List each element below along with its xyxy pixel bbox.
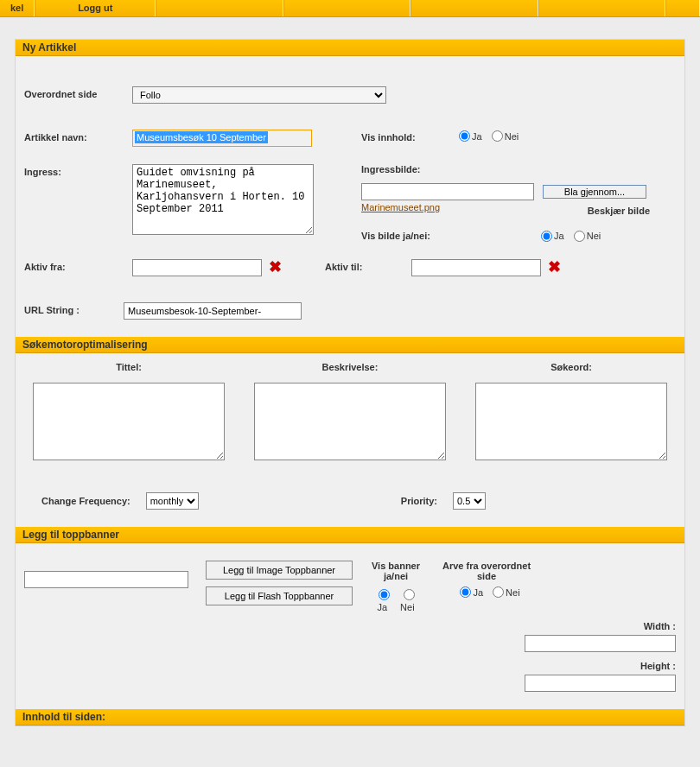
visbilde-nei-label: Nei	[587, 231, 601, 241]
visinnhold-label: Vis innhold:	[361, 130, 452, 143]
ingressbilde-label: Ingressbilde:	[361, 164, 676, 174]
artikkelnavn-input[interactable]: Museumsbesøk 10 September	[132, 130, 312, 147]
aktivfra-label: Aktiv fra:	[24, 259, 132, 272]
visinnhold-nei-label: Nei	[505, 131, 519, 142]
visbilde-label: Vis bilde ja/nei:	[361, 231, 534, 241]
arvefra-nei-label: Nei	[506, 587, 520, 598]
priority-label: Priority:	[401, 496, 437, 506]
width-label: Width :	[644, 621, 676, 631]
legg-til-flash-toppbanner-button[interactable]: Legg til Flash Toppbanner	[206, 586, 353, 605]
legg-til-image-toppbanner-button[interactable]: Legg til Image Toppbanner	[206, 561, 353, 580]
seo-beskrivelse-textarea[interactable]	[254, 383, 446, 460]
visbilde-ja-radio[interactable]	[541, 231, 552, 242]
aktivtil-input[interactable]	[411, 259, 541, 276]
seo-tittel-label: Tittel:	[33, 362, 225, 372]
change-frequency-select[interactable]: monthly	[146, 492, 199, 510]
nav-spacer-4	[538, 0, 665, 16]
change-frequency-label: Change Frequency:	[41, 496, 130, 506]
arvefra-ja-label: Ja	[473, 587, 483, 598]
visbilde-nei-radio[interactable]	[574, 231, 585, 242]
height-label: Height :	[640, 661, 676, 671]
nav-spacer-1	[156, 0, 283, 16]
visinnhold-ja-radio[interactable]	[459, 130, 470, 142]
bla-gjennom-button[interactable]: Bla gjennom...	[543, 185, 646, 199]
artikkelnavn-value: Museumsbesøk 10 September	[135, 131, 268, 143]
visbanner-nei-radio[interactable]	[404, 589, 415, 600]
seo-sokeord-textarea[interactable]	[475, 383, 667, 460]
aktivtil-label: Aktiv til:	[325, 259, 411, 272]
innhold-header: Innhold til siden:	[16, 709, 684, 726]
overordnet-side-label: Overordnet side	[24, 86, 132, 99]
nav-spacer-2	[283, 0, 410, 16]
seo-sokeord-label: Søkeord:	[475, 362, 667, 372]
visbanner-ja-label: Ja	[377, 602, 387, 612]
arvefra-label: Arve fra overordnet side	[439, 561, 534, 581]
nav-spacer-5	[665, 0, 700, 16]
visinnhold-ja-label: Ja	[472, 131, 482, 142]
aktivtil-clear-icon[interactable]: ✖	[548, 259, 561, 275]
visinnhold-nei-radio[interactable]	[492, 130, 503, 142]
nav-loggut[interactable]: Logg ut	[35, 0, 156, 16]
visbanner-label: Vis banner ja/nei	[361, 561, 430, 581]
nav-kel[interactable]: kel	[0, 0, 35, 16]
toppbanner-input[interactable]	[24, 571, 188, 588]
ingressbilde-input[interactable]	[361, 183, 534, 200]
visbanner-nei-label: Nei	[400, 602, 415, 612]
top-nav-bar: kel Logg ut	[0, 0, 700, 17]
arvefra-ja-radio[interactable]	[460, 586, 471, 598]
seo-tittel-textarea[interactable]	[33, 383, 225, 460]
aktivfra-clear-icon[interactable]: ✖	[269, 259, 282, 275]
seo-header: Søkemotoroptimalisering	[16, 337, 684, 353]
ny-artikkel-panel: Ny Artikkel Overordnet side Follo Artikk…	[15, 39, 685, 726]
ny-artikkel-header: Ny Artikkel	[16, 40, 684, 56]
aktivfra-input[interactable]	[132, 259, 262, 276]
visbanner-ja-radio[interactable]	[379, 589, 390, 600]
seo-beskrivelse-label: Beskrivelse:	[254, 362, 446, 372]
width-input[interactable]	[525, 635, 676, 652]
arvefra-nei-radio[interactable]	[493, 586, 504, 598]
toppbanner-header: Legg til toppbanner	[16, 527, 684, 543]
ingress-label: Ingress:	[24, 164, 132, 235]
priority-select[interactable]: 0.5	[453, 492, 486, 510]
urlstring-input[interactable]	[124, 302, 302, 320]
overordnet-side-select[interactable]: Follo	[132, 86, 386, 104]
urlstring-label: URL String :	[24, 302, 124, 315]
nav-spacer-3	[410, 0, 538, 16]
visbilde-ja-label: Ja	[554, 231, 564, 241]
ingressbilde-file-link[interactable]: Marinemuseet.png	[361, 202, 440, 216]
height-input[interactable]	[525, 675, 676, 692]
artikkelnavn-label: Artikkel navn:	[24, 130, 132, 147]
ingress-textarea[interactable]	[132, 164, 314, 235]
beskjaer-bilde-label[interactable]: Beskjær bilde	[440, 206, 676, 216]
